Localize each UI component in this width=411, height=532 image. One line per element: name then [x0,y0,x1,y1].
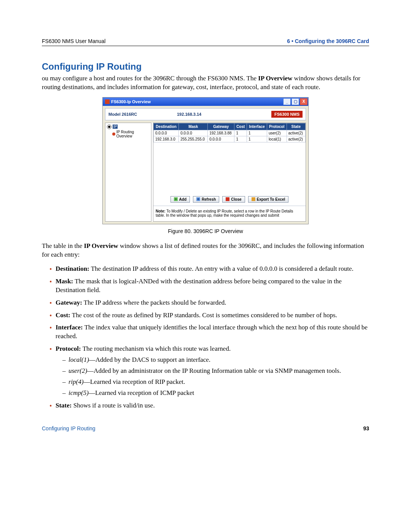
header-chapter: 6 • Configuring the 3096RC Card [287,38,369,44]
page-header: FS6300 NMS User Manual 6 • Configuring t… [42,38,369,46]
app-window: FS6300-Ip Overview _ ▢ X Model 2616RC 19… [102,97,309,224]
model-label: Model 2616RC [108,112,177,117]
figure-container: FS6300-Ip Overview _ ▢ X Model 2616RC 19… [42,97,369,234]
intro-paragraph: ou may configure a host and routes for t… [42,74,369,92]
cell-mask: 0.0.0.0 [179,130,208,136]
add-button[interactable]: Add [170,196,190,203]
cell-state: active(2) [287,136,305,142]
col-gateway: Gateway [208,123,234,130]
brand-badge: FS6300 NMS [271,111,303,118]
sub-list-item: user(2)—Added by an administrator on the… [62,367,369,375]
col-mask: Mask [179,123,208,130]
col-protocol: Protocol [267,123,287,130]
col-state: State [287,123,305,130]
cell-interface: 1 [247,136,267,142]
cell-protocol: user(2) [267,130,287,136]
table-row[interactable]: 0.0.0.00.0.0.0192.168.3.8811user(2)activ… [154,130,306,136]
col-destination: Destination [154,123,179,130]
info-strip: Model 2616RC 192.168.3.14 FS6300 NMS [105,108,306,120]
list-item: Interface: The index value that uniquely… [49,323,369,341]
definitions-list: Destination: The destination IP address … [42,265,369,410]
close-button[interactable]: Close [222,196,245,203]
details-pane: Destination Mask Gateway Cost Interface … [153,123,306,222]
list-item: Protocol: The routing mechanism via whic… [49,345,369,398]
sub-list-item: icmp(5)—Learned via reception of ICMP pa… [62,389,369,398]
radio-icon [107,125,112,129]
table-row[interactable]: 192.168.3.0255.255.255.00.0.0.011local(1… [154,136,306,142]
footer-section: Configuring IP Routing [42,425,96,431]
cell-state: active(2) [287,130,305,136]
cell-gateway: 192.168.3.88 [208,130,234,136]
cell-protocol: local(1) [267,136,287,142]
ip-address-label: 192.168.3.14 [177,112,271,117]
bullet-icon [112,133,115,136]
routes-tbody: 0.0.0.00.0.0.0192.168.3.8811user(2)activ… [154,130,306,142]
tree-child-label: IP Routing Overview [116,130,150,138]
table-header-row: Destination Mask Gateway Cost Interface … [154,123,306,130]
maximize-button[interactable]: ▢ [292,98,299,105]
cell-destination: 0.0.0.0 [154,130,179,136]
window-title: FS6300-Ip Overview [111,99,151,104]
col-interface: Interface [247,123,267,130]
export-icon [252,197,255,201]
routes-table: Destination Mask Gateway Cost Interface … [153,123,306,142]
minimize-button[interactable]: _ [283,98,291,105]
tree-root-ip[interactable]: IP [107,125,150,129]
nav-tree: IP IP Routing Overview [105,123,151,222]
list-item: State: Shows if a route is valid/in use. [49,401,369,410]
footer-page-number: 93 [363,425,369,431]
cell-destination: 192.168.3.0 [154,136,179,142]
section-heading: Configuring IP Routing [42,61,369,72]
list-item: Cost: The cost of the route as defined b… [49,311,369,320]
list-item: Destination: The destination IP address … [49,265,369,273]
tree-child-routing[interactable]: IP Routing Overview [112,130,150,138]
page-footer: Configuring IP Routing 93 [42,425,369,431]
toolbar: Add Refresh Close Export To Excel [153,193,306,206]
col-cost: Cost [234,123,247,130]
app-icon [105,99,110,104]
sub-list: local(1)—Added by the DACS to support an… [56,353,369,398]
tree-root-label: IP [113,125,118,129]
note-text: Note: To Modify / Delete an existing IP … [153,206,306,221]
sub-list-item: rip(4)—Learned via reception of RIP pack… [62,378,369,387]
refresh-button[interactable]: Refresh [193,196,219,203]
close-window-button[interactable]: X [300,98,307,105]
window-titlebar: FS6300-Ip Overview _ ▢ X [103,97,308,106]
list-item: Gateway: The IP address where the packet… [49,299,369,307]
header-manual-title: FS6300 NMS User Manual [42,38,105,44]
sub-list-item: local(1)—Added by the DACS to support an… [62,356,369,364]
cell-mask: 255.255.255.0 [179,136,208,142]
cell-cost: 1 [234,136,247,142]
cell-cost: 1 [234,130,247,136]
list-item: Mask: The mask that is logical-ANDed wit… [49,277,369,295]
plus-icon [174,197,178,201]
close-icon [226,197,229,201]
after-figure-paragraph: The table in the IP Overview window show… [42,242,369,259]
cell-interface: 1 [247,130,267,136]
export-button[interactable]: Export To Excel [248,196,289,203]
figure-caption: Figure 80. 3096RC IP Overview [42,228,369,234]
refresh-icon [196,197,200,201]
cell-gateway: 0.0.0.0 [208,136,234,142]
